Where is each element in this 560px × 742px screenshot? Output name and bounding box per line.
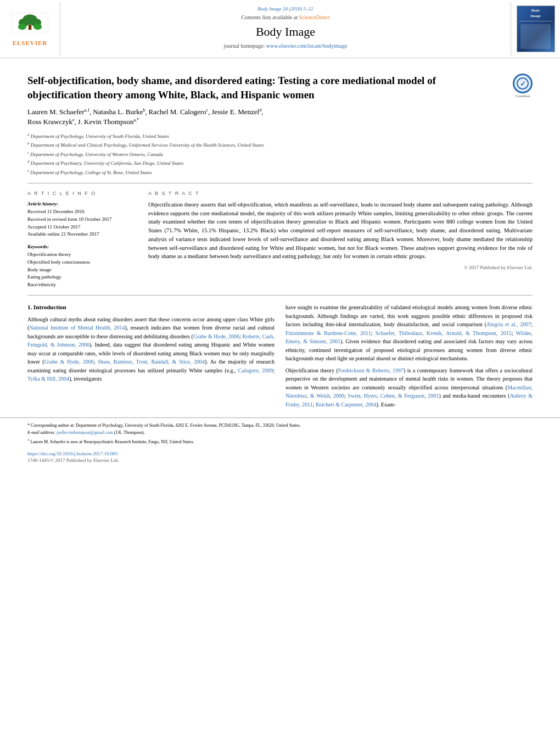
journal-title: Body Image [66,24,505,41]
cover-title-text: BodyImage [530,8,541,19]
author-schaefer: Lauren M. Schaefer [27,108,85,116]
intro-p1-text: Although cultural myths about eating dis… [27,315,275,383]
accepted-date: Accepted 11 October 2017 [27,224,137,231]
sup-a-star: a,* [134,118,139,122]
cite-fitzsimmons: Fitzsimmons & Bardone-Cone, 2011 [285,330,371,336]
article-history-label: Article history: [27,200,137,208]
intro-section-title: 1. Introduction [27,303,275,311]
cite-alegria: Alegria et al., 2007 [486,321,531,327]
cite-nimh: National Institute of Mental Health, 201… [29,325,125,331]
keyword-4: Eating pathology [27,274,137,281]
authors-line: Lauren M. Schaefera,1, Natasha L. Burkeb… [27,107,533,127]
keyword-2: Objectified body consciousness [27,259,137,266]
title-area: Self-objectification, body shame, and di… [27,74,533,102]
contents-line: Contents lists available at ScienceDirec… [66,14,505,21]
cite-tylka: Tylka & Hill, 2004 [27,376,69,382]
page: ELSEVIER Body Image 24 (2018) 5–12 Conte… [0,0,560,742]
abstract-copyright: © 2017 Published by Elsevier Ltd. [148,264,533,271]
cite-grabe-hyde-2: Grabe & Hyde, 2006 [44,359,94,365]
cite-schaefer: Schaefer, Thibodaux, Krenik, Arnold, & T… [376,330,512,336]
cite-shaw: Shaw, Ramirez, Trost, Randall, & Stice, … [98,359,205,365]
affil-a: a Department of Psychology, University o… [27,132,533,141]
author-sep4: , [261,108,263,116]
article-info-header: A R T I C L E I N F O [27,190,137,197]
footnote-1: 1 Lauren M. Schaefer is now at Neuropsyc… [27,437,533,445]
keywords-block: Keywords: Objectification theory Objecti… [27,243,137,288]
keyword-1: Objectification theory [27,251,137,258]
journal-info-center: Body Image 24 (2018) 5–12 Contents lists… [60,2,511,55]
divider-1 [27,183,533,183]
revised-date: Received in revised form 10 October 2017 [27,216,137,223]
affil-b: b Department of Medical and Clinical Psy… [27,141,533,149]
article-history-block: Article history: Received 11 December 20… [27,200,137,238]
cite-grabe-hyde-1: Grabe & Hyde, 2006 [193,333,239,339]
doi-link[interactable]: https://doi.org/10.1016/j.bodyim.2017.10… [27,451,117,456]
homepage-label: journal homepage: [224,43,265,49]
author-burke: Natasha L. Burke [93,108,143,116]
cite-fredrickson: Fredrickson & Roberts, 1997 [338,367,404,373]
sciencedirect-link[interactable]: ScienceDirect [299,14,329,20]
journal-header: ELSEVIER Body Image 24 (2018) 5–12 Conte… [0,0,560,58]
article-info-column: A R T I C L E I N F O Article history: R… [27,190,137,288]
affil-d: d Department of Psychiatry, University o… [27,159,533,168]
cite-calogero: Calogero, 2009 [238,367,273,373]
elsevier-tree-icon [9,10,51,37]
intro-p2-text: have sought to examine the generalizabil… [285,303,533,363]
info-abstract-section: A R T I C L E I N F O Article history: R… [0,190,560,288]
cite-swim: Swim, Hyers, Cohen, & Ferguson, 2001 [348,393,439,399]
main-body-section: 1. Introduction Although cultural myths … [0,303,560,412]
affil-e: e Department of Psychology, College of S… [27,168,533,177]
keyword-5: Race/ethnicity [27,281,137,288]
received-date: Received 11 December 2016 [27,208,137,215]
email-label: E-mail address: [27,430,55,435]
keyword-3: Body image [27,266,137,274]
issn-text: 1740-1445/© 2017 Published by Elsevier L… [27,458,119,463]
elsevier-brand-text: ELSEVIER [13,39,48,47]
divider-2 [27,295,533,295]
keywords-label: Keywords: [27,243,137,250]
homepage-link[interactable]: www.elsevier.com/locate/bodyimage [266,43,348,49]
footnote-corresponding: * Corresponding author at: Department of… [27,422,533,428]
email-link[interactable]: joelkevinthompson@gmail.com [57,430,113,435]
affil-c: c Department of Psychology, University o… [27,150,533,159]
footnotes-section: * Corresponding author at: Department of… [0,417,560,448]
crossmark-button[interactable]: ✓ CrossMark [513,74,533,98]
affiliations-block: a Department of Psychology, University o… [27,132,533,177]
intro-paragraphs-right: have sought to examine the generalizabil… [285,303,533,409]
elsevier-logo-area: ELSEVIER [0,2,60,55]
svg-point-6 [33,24,42,30]
intro-paragraph-1: Although cultural myths about eating dis… [27,315,275,383]
article-title: Self-objectification, body shame, and di… [27,74,489,102]
journal-cover-thumbnail: BodyImage [511,2,560,55]
main-left-column: 1. Introduction Although cultural myths … [27,303,275,412]
svg-text:✓: ✓ [520,80,526,88]
homepage-line: journal homepage: www.elsevier.com/locat… [66,42,505,50]
author-calogero: Rachel M. Calogero [149,108,206,116]
sup-a1: a,1 [85,108,90,113]
crossmark-label: CrossMark [516,94,530,98]
section-number: 1. [27,304,32,310]
author-thompson: J. Kevin Thompson [78,118,134,126]
author-krawczyk: Ross Krawczyk [27,118,72,126]
svg-rect-4 [29,25,32,30]
email-attribution: (J.K. Thompson). [114,430,145,435]
svg-point-5 [18,24,26,30]
article-section: Self-objectification, body shame, and di… [0,58,560,176]
contents-label: Contents lists available at [241,14,297,20]
cite-reichert: Reichert & Carpenter, 2004 [316,401,377,408]
author-menzel: Jessie E. Menzel [211,108,259,116]
abstract-text: Objectification theory asserts that self… [148,200,533,261]
cover-image: BodyImage [517,5,555,52]
abstract-header: A B S T R A C T [148,190,533,197]
footnote-email: E-mail address: joelkevinthompson@gmail.… [27,429,533,436]
abstract-column: A B S T R A C T Objectification theory a… [148,190,533,288]
volume-line: Body Image 24 (2018) 5–12 [66,4,505,14]
crossmark-icon: ✓ [513,74,533,93]
doi-section: https://doi.org/10.1016/j.bodyim.2017.10… [0,448,560,466]
available-date: Available online 21 November 2017 [27,231,137,238]
intro-p3-text: Objectification theory (Fredrickson & Ro… [285,366,533,409]
section-title-text: Introduction [33,304,66,310]
main-right-column: have sought to examine the generalizabil… [285,303,533,412]
